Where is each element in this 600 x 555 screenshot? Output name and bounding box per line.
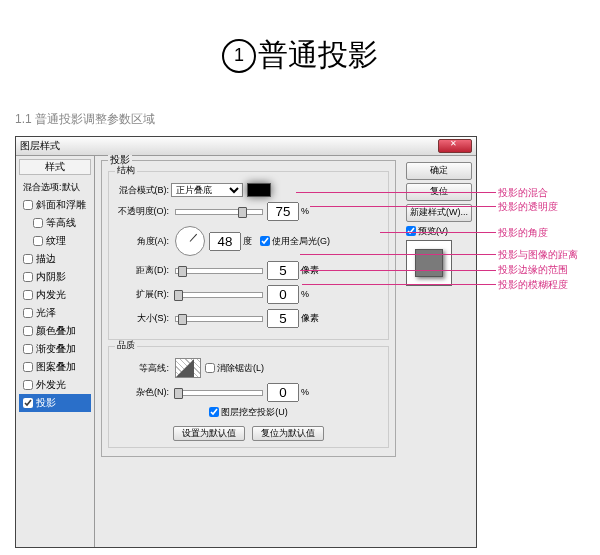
knockout-row: 图层挖空投影(U) <box>115 407 382 417</box>
sidebar-checkbox[interactable] <box>23 380 33 390</box>
circled-number: 1 <box>222 39 256 73</box>
sidebar-item-default[interactable]: 混合选项:默认 <box>19 178 91 196</box>
noise-label: 杂色(N): <box>115 388 171 397</box>
annot-opacity: 投影的透明度 <box>498 200 558 214</box>
spread-row: 扩展(R): % <box>115 285 382 304</box>
style-sidebar: 样式 混合选项:默认 斜面和浮雕等高线纹理描边内阴影内发光光泽颜色叠加渐变叠加图… <box>16 156 95 547</box>
opacity-label: 不透明度(O): <box>115 207 171 216</box>
angle-dial[interactable] <box>175 226 205 256</box>
preview-checkbox[interactable] <box>406 226 416 236</box>
main-panel: 确定 复位 新建样式(W)... 预览(V) 投影 结构 混合模式(B): 正片… <box>95 156 476 547</box>
annot-distance: 投影与图像的距离 <box>498 248 578 262</box>
sidebar-checkbox[interactable] <box>23 308 33 318</box>
spread-label: 扩展(R): <box>115 290 171 299</box>
sidebar-item[interactable]: 光泽 <box>19 304 91 322</box>
contour-label: 等高线: <box>115 364 171 373</box>
angle-label: 角度(A): <box>115 237 171 246</box>
sidebar-item[interactable]: 等高线 <box>19 214 91 232</box>
global-light-label: 使用全局光(G) <box>272 237 330 246</box>
sidebar-item-label: 纹理 <box>46 236 66 246</box>
quality-title: 品质 <box>115 341 137 350</box>
sidebar-item-label: 图案叠加 <box>36 362 76 372</box>
sidebar-checkbox[interactable] <box>23 398 33 408</box>
antialias-checkbox[interactable] <box>205 363 215 373</box>
sidebar-item-label: 渐变叠加 <box>36 344 76 354</box>
sidebar-checkbox[interactable] <box>23 272 33 282</box>
sidebar-item[interactable]: 斜面和浮雕 <box>19 196 91 214</box>
global-light-checkbox[interactable] <box>260 236 270 246</box>
blend-mode-row: 混合模式(B): 正片叠底 <box>115 183 382 197</box>
shadow-color-swatch[interactable] <box>247 183 271 197</box>
opacity-slider[interactable] <box>175 209 263 215</box>
size-row: 大小(S): 像素 <box>115 309 382 328</box>
sidebar-checkbox[interactable] <box>23 362 33 372</box>
page-title: 1普通投影 <box>0 35 600 76</box>
distance-slider[interactable] <box>175 268 263 274</box>
sidebar-checkbox[interactable] <box>23 326 33 336</box>
spread-slider[interactable] <box>175 292 263 298</box>
size-slider[interactable] <box>175 316 263 322</box>
sidebar-item-label: 外发光 <box>36 380 66 390</box>
sidebar-item[interactable]: 颜色叠加 <box>19 322 91 340</box>
annot-size: 投影的模糊程度 <box>498 278 568 292</box>
noise-input[interactable] <box>267 383 299 402</box>
sidebar-item-label: 光泽 <box>36 308 56 318</box>
sidebar-item-label: 斜面和浮雕 <box>36 200 86 210</box>
opacity-input[interactable] <box>267 202 299 221</box>
preview-toggle[interactable]: 预览(V) <box>406 226 472 236</box>
annot-angle: 投影的角度 <box>498 226 548 240</box>
sidebar-item[interactable]: 纹理 <box>19 232 91 250</box>
size-label: 大小(S): <box>115 314 171 323</box>
distance-label: 距离(D): <box>115 266 171 275</box>
reset-default-button[interactable]: 复位为默认值 <box>252 426 324 441</box>
preview-thumbnail <box>406 240 452 286</box>
contour-picker[interactable] <box>175 358 201 378</box>
blend-label: 混合模式(B): <box>115 186 171 195</box>
layer-style-dialog: 图层样式 样式 混合选项:默认 斜面和浮雕等高线纹理描边内阴影内发光光泽颜色叠加… <box>15 136 477 548</box>
button-column: 确定 复位 新建样式(W)... 预览(V) <box>406 162 472 286</box>
sidebar-item[interactable]: 描边 <box>19 250 91 268</box>
sidebar-item-label: 投影 <box>36 398 56 408</box>
noise-slider[interactable] <box>175 390 263 396</box>
annot-blend: 投影的混合 <box>498 186 548 200</box>
sidebar-item[interactable]: 渐变叠加 <box>19 340 91 358</box>
spread-input[interactable] <box>267 285 299 304</box>
sidebar-checkbox[interactable] <box>23 254 33 264</box>
sidebar-item-label: 描边 <box>36 254 56 264</box>
noise-row: 杂色(N): % <box>115 383 382 402</box>
sidebar-item-label: 内发光 <box>36 290 66 300</box>
annot-spread: 投影边缘的范围 <box>498 263 568 277</box>
sidebar-item-label: 等高线 <box>46 218 76 228</box>
sidebar-checkbox[interactable] <box>23 290 33 300</box>
sidebar-item-label: 颜色叠加 <box>36 326 76 336</box>
blend-mode-select[interactable]: 正片叠底 <box>171 183 243 197</box>
section-subtitle: 1.1 普通投影调整参数区域 <box>0 106 600 136</box>
sidebar-checkbox[interactable] <box>33 236 43 246</box>
sidebar-item[interactable]: 内发光 <box>19 286 91 304</box>
dialog-title: 图层样式 <box>20 141 60 151</box>
angle-input[interactable] <box>209 232 241 251</box>
sidebar-item[interactable]: 投影 <box>19 394 91 412</box>
titlebar[interactable]: 图层样式 <box>16 137 476 156</box>
contour-row: 等高线: 消除锯齿(L) <box>115 358 382 378</box>
size-input[interactable] <box>267 309 299 328</box>
distance-input[interactable] <box>267 261 299 280</box>
new-style-button[interactable]: 新建样式(W)... <box>406 204 472 222</box>
sidebar-item[interactable]: 外发光 <box>19 376 91 394</box>
cancel-button[interactable]: 复位 <box>406 183 472 201</box>
ok-button[interactable]: 确定 <box>406 162 472 180</box>
sidebar-head[interactable]: 样式 <box>19 159 91 175</box>
make-default-button[interactable]: 设置为默认值 <box>173 426 245 441</box>
sidebar-item[interactable]: 图案叠加 <box>19 358 91 376</box>
close-icon[interactable] <box>438 139 472 153</box>
sidebar-item[interactable]: 内阴影 <box>19 268 91 286</box>
sidebar-checkbox[interactable] <box>23 344 33 354</box>
sidebar-checkbox[interactable] <box>33 218 43 228</box>
sidebar-checkbox[interactable] <box>23 200 33 210</box>
knockout-checkbox[interactable] <box>209 407 219 417</box>
structure-title: 结构 <box>115 166 137 175</box>
title-text: 普通投影 <box>258 38 378 71</box>
opacity-row: 不透明度(O): % <box>115 202 382 221</box>
sidebar-item-label: 内阴影 <box>36 272 66 282</box>
antialias-label: 消除锯齿(L) <box>217 364 264 373</box>
